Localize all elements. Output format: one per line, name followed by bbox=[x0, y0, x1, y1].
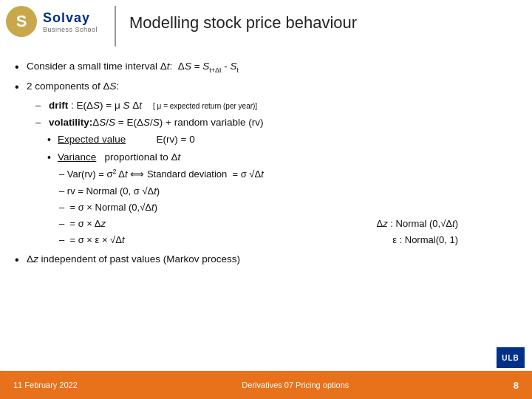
footer-date: 11 February 2022 bbox=[13, 381, 78, 389]
volatility-text: volatility:ΔS/S = E(ΔS/S) + random varia… bbox=[49, 115, 517, 131]
main-content: • Consider a small time interval Δt: ΔS … bbox=[15, 59, 517, 272]
bullet-3: • Δz independent of past values (Markov … bbox=[15, 252, 517, 268]
var-line-3: – = σ × Normal (0,√Δt) bbox=[59, 200, 517, 215]
footer-bar: 11 February 2022 Derivatives 07 Pricing … bbox=[0, 371, 532, 399]
volatility-item: – volatility:ΔS/S = E(ΔS/S) + random var… bbox=[35, 115, 517, 131]
logo-area: Solvay Business School bbox=[6, 6, 102, 47]
expected-value-label: Expected value bbox=[58, 134, 126, 145]
variance-item: • Variance proportional to Δt bbox=[47, 150, 517, 166]
variance-label: Variance bbox=[58, 151, 96, 163]
title-divider bbox=[115, 6, 116, 47]
bullet-dot-2: • bbox=[15, 79, 27, 95]
var-line-4: – = σ × Δz Δz : Normal (0,√Δt) bbox=[59, 216, 517, 231]
variance-text: Variance proportional to Δt bbox=[58, 150, 180, 166]
brand-sub: Business School bbox=[43, 26, 98, 33]
bullet-dot-1: • bbox=[15, 59, 27, 75]
var-line-5: – = σ × ε × √Δt ε : Normal(0, 1) bbox=[59, 233, 517, 248]
expected-value-text: Expected value E(rv) = 0 bbox=[58, 132, 195, 148]
bullet-3-text: Δz independent of past values (Markov pr… bbox=[27, 252, 517, 267]
var-line-1: – Var(rv) = σ2 Δt ⟺ Standard deviation =… bbox=[59, 167, 517, 182]
bullet-dot-3: • bbox=[15, 252, 27, 268]
dash-volatility: – bbox=[35, 115, 49, 130]
ulb-logo: ULB bbox=[497, 347, 525, 368]
footer-page: 8 bbox=[514, 380, 519, 391]
brand-name: Solvay bbox=[43, 10, 98, 26]
bullet-1: • Consider a small time interval Δt: ΔS … bbox=[15, 59, 517, 76]
bullet-var: • bbox=[47, 150, 58, 166]
slide-title: Modelling stock price behaviour bbox=[129, 13, 357, 33]
var-line-2: – rv = Normal (0, σ √Δt) bbox=[59, 184, 517, 199]
solvay-logo-icon bbox=[6, 6, 37, 37]
bullet-2-text: 2 components of ΔS: bbox=[27, 79, 517, 95]
bullet-1-text: Consider a small time interval Δt: ΔS = … bbox=[27, 59, 517, 76]
expected-value-item: • Expected value E(rv) = 0 bbox=[47, 132, 517, 149]
footer-course: Derivatives 07 Pricing options bbox=[242, 381, 349, 389]
drift-text: drift : E(ΔS) = μ S Δt [ μ = expected re… bbox=[49, 98, 517, 114]
bullet-ev: • bbox=[47, 132, 58, 149]
bullet-2: • 2 components of ΔS: bbox=[15, 79, 517, 95]
drift-item: – drift : E(ΔS) = μ S Δt [ μ = expected … bbox=[35, 98, 517, 114]
dash-drift: – bbox=[35, 98, 49, 113]
